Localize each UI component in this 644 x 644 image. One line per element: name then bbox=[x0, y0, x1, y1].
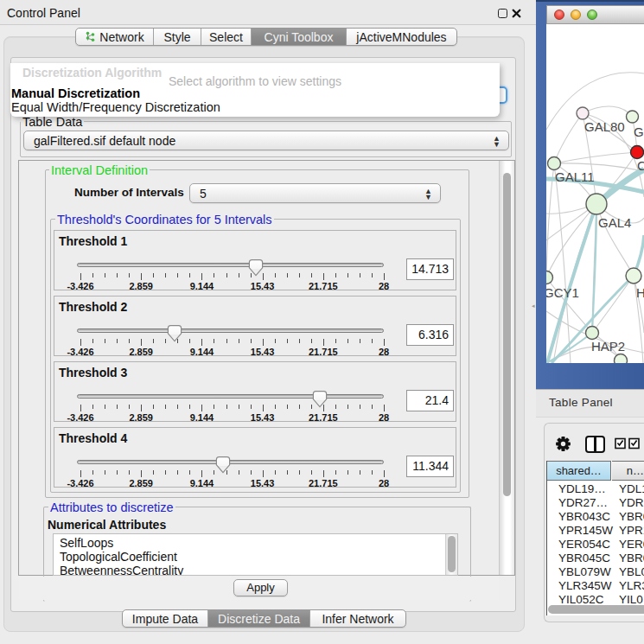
svg-text:GAL80: GAL80 bbox=[584, 119, 625, 134]
svg-text:HAP2: HAP2 bbox=[591, 339, 625, 354]
svg-text:GAL11: GAL11 bbox=[555, 169, 595, 184]
svg-text:GAL4: GAL4 bbox=[598, 215, 631, 230]
svg-text:GCY1: GCY1 bbox=[546, 285, 579, 300]
svg-text:C.: C. bbox=[637, 158, 644, 173]
svg-text:H: H bbox=[636, 285, 644, 300]
svg-text:G.: G. bbox=[634, 124, 644, 139]
